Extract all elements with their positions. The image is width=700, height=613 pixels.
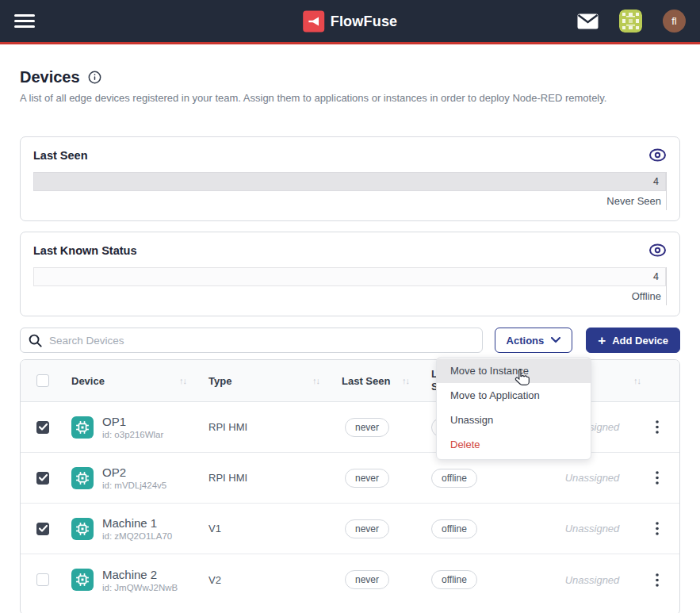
device-name[interactable]: OP1: [102, 415, 163, 428]
last-known-status-card: Last Known Status 4 Offline: [20, 232, 680, 316]
page-subtitle: A list of all edge devices registered in…: [20, 92, 680, 104]
chevron-down-icon: [551, 337, 560, 343]
device-id: id: mVDLj424v5: [102, 481, 166, 490]
sort-icon[interactable]: ↑↓: [402, 376, 409, 385]
col-type: Type ↑↓: [208, 375, 342, 387]
menu-item-unassign[interactable]: Unassign: [437, 408, 591, 432]
kebab-menu-icon[interactable]: [652, 519, 662, 538]
search-box[interactable]: [20, 328, 483, 353]
kebab-menu-icon[interactable]: [652, 570, 662, 590]
row-checkbox[interactable]: [36, 573, 49, 586]
info-icon[interactable]: [88, 71, 101, 84]
menu-item-move-to-application[interactable]: Move to Application: [437, 383, 591, 408]
last-known-status-chart: 4 Offline: [33, 267, 667, 305]
device-chip-icon: [71, 416, 94, 439]
bar-value: 4: [653, 176, 659, 187]
col-last-seen: Last Seen ↑↓: [342, 375, 431, 387]
device-type: V2: [208, 574, 342, 586]
last-seen-card: Last Seen 4 Never Seen: [20, 136, 680, 221]
device-type: V1: [208, 523, 342, 534]
add-device-button[interactable]: + Add Device: [586, 328, 680, 353]
row-checkbox[interactable]: [36, 421, 49, 434]
plus-icon: +: [598, 334, 606, 347]
row-checkbox[interactable]: [36, 472, 49, 485]
eye-icon[interactable]: [648, 243, 667, 257]
table-row[interactable]: Machine 2 id: JmQWwJ2NwB V2 never offlin…: [21, 554, 679, 605]
actions-label: Actions: [507, 335, 545, 347]
last-seen-badge: never: [345, 469, 389, 488]
team-avatar-icon[interactable]: [619, 10, 642, 33]
bar-category-label: Offline: [33, 286, 666, 305]
hamburger-menu-icon[interactable]: [14, 14, 35, 28]
assigned-label: Unassigned: [533, 523, 652, 534]
kebab-menu-icon[interactable]: [652, 468, 662, 488]
last-seen-badge: never: [345, 570, 389, 589]
brand[interactable]: FlowFuse: [303, 10, 398, 32]
assigned-label: Unassigned: [533, 472, 652, 484]
sort-icon[interactable]: ↑↓: [312, 376, 319, 385]
eye-icon[interactable]: [648, 148, 667, 162]
add-device-label: Add Device: [612, 335, 668, 347]
search-icon: [29, 334, 42, 347]
actions-dropdown-menu: Move to Instance Move to Application Una…: [436, 357, 591, 460]
last-seen-badge: never: [345, 519, 389, 538]
page-title: Devices: [20, 68, 80, 86]
sort-icon[interactable]: ↑↓: [179, 376, 186, 385]
device-id: id: JmQWwJ2NwB: [102, 583, 178, 592]
search-input[interactable]: [49, 335, 474, 347]
card-title: Last Known Status: [33, 244, 137, 257]
menu-item-move-to-instance[interactable]: Move to Instance: [437, 358, 591, 383]
user-avatar[interactable]: fl: [663, 10, 686, 33]
status-badge: offline: [431, 570, 477, 589]
kebab-menu-icon[interactable]: [652, 417, 662, 437]
device-name[interactable]: Machine 2: [102, 568, 178, 581]
device-id: id: o3p216Wlar: [102, 430, 163, 439]
brand-name: FlowFuse: [331, 13, 398, 29]
bar-value: 4: [653, 271, 659, 282]
table-row[interactable]: Machine 1 id: zMQ2O1LA70 V1 never offlin…: [21, 504, 679, 554]
status-badge: offline: [431, 469, 477, 488]
col-device: Device ↑↓: [71, 375, 208, 387]
mail-icon[interactable]: [577, 13, 599, 29]
sort-icon[interactable]: ↑↓: [633, 376, 641, 385]
bar-never-seen: 4: [33, 172, 666, 191]
device-name[interactable]: OP2: [102, 465, 166, 479]
device-name[interactable]: Machine 1: [102, 516, 172, 530]
device-type: RPI HMI: [208, 421, 342, 433]
table-row[interactable]: OP2 id: mVDLj424v5 RPI HMI never offline…: [21, 453, 679, 504]
device-chip-icon: [71, 569, 94, 591]
actions-button[interactable]: Actions: [495, 328, 573, 353]
flowfuse-logo-icon: [303, 10, 324, 32]
device-type: RPI HMI: [208, 472, 342, 484]
device-chip-icon: [71, 467, 94, 489]
bar-category-label: Never Seen: [33, 191, 666, 210]
select-all-checkbox[interactable]: [36, 374, 49, 387]
assigned-label: Unassigned: [533, 574, 652, 586]
navbar: FlowFuse fl: [0, 0, 700, 44]
last-seen-chart: 4 Never Seen: [33, 172, 667, 210]
card-title: Last Seen: [33, 149, 88, 162]
bar-offline: 4: [33, 267, 666, 286]
menu-item-delete[interactable]: Delete: [437, 432, 591, 457]
device-chip-icon: [71, 518, 94, 540]
device-id: id: zMQ2O1LA70: [102, 531, 172, 541]
last-seen-badge: never: [345, 418, 389, 437]
status-badge: offline: [431, 519, 477, 538]
row-checkbox[interactable]: [36, 523, 49, 535]
